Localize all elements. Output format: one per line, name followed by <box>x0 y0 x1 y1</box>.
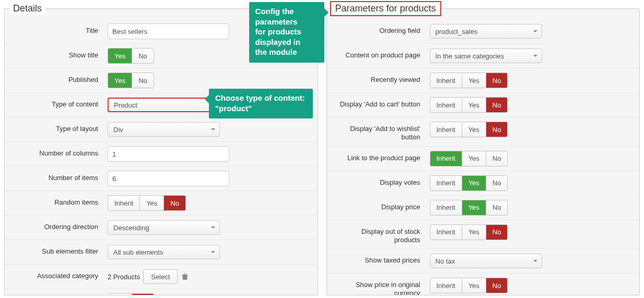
params-legend: Parameters for products <box>332 3 439 14</box>
sub-filter-select[interactable]: All sub elements <box>108 245 220 259</box>
num-items-label: Number of items <box>12 171 108 182</box>
taxed-prices-value: No tax <box>436 257 455 265</box>
random-no[interactable]: No <box>163 196 185 210</box>
ordering-field-select[interactable]: product_sales <box>430 24 542 39</box>
callout-type-content: Choose type of content: "product" <box>209 89 313 118</box>
ordering-dir-label: Ordering direction <box>12 220 108 231</box>
sub-filter-label: Sub elements filter <box>12 244 108 256</box>
title-input[interactable] <box>108 23 229 39</box>
sync-toggle[interactable]: Yes No <box>108 293 154 295</box>
oos-no[interactable]: No <box>486 225 508 240</box>
content-page-value: In the same categories <box>436 52 505 60</box>
dv-inherit[interactable]: Inherit <box>430 176 462 190</box>
lp-yes[interactable]: Yes <box>462 151 486 166</box>
oc-no[interactable]: No <box>486 278 508 293</box>
atw-no[interactable]: No <box>486 122 508 137</box>
display-price-toggle[interactable]: Inherit Yes No <box>430 200 508 216</box>
show-title-no[interactable]: No <box>132 49 154 63</box>
dv-yes[interactable]: Yes <box>462 176 486 190</box>
show-title-toggle[interactable]: Yes No <box>108 48 154 64</box>
atw-yes[interactable]: Yes <box>462 122 486 137</box>
published-toggle[interactable]: Yes No <box>108 73 154 88</box>
oos-yes[interactable]: Yes <box>462 225 486 240</box>
recently-viewed-toggle[interactable]: Inherit Yes No <box>430 73 508 88</box>
content-page-label: Content on product page <box>334 48 430 59</box>
type-content-label: Type of content <box>12 97 108 109</box>
type-content-value: Product <box>114 101 137 109</box>
num-columns-input[interactable] <box>108 146 229 162</box>
rv-no[interactable]: No <box>486 73 508 88</box>
sub-filter-value: All sub elements <box>113 248 163 256</box>
link-product-label: Link to the product page <box>334 151 430 162</box>
published-yes[interactable]: Yes <box>108 73 132 88</box>
show-title-label: Show title <box>12 48 108 59</box>
params-fieldset: Parameters for products Ordering field p… <box>326 3 640 295</box>
random-yes[interactable]: Yes <box>139 196 163 210</box>
ordering-field-value: product_sales <box>436 28 478 35</box>
dv-no[interactable]: No <box>486 176 508 190</box>
orig-currency-toggle[interactable]: Inherit Yes No <box>430 278 508 293</box>
orig-currency-label: Show price in original currency <box>334 278 430 295</box>
num-items-input[interactable] <box>108 171 229 186</box>
assoc-cat-select-button[interactable]: Select <box>143 269 178 284</box>
sync-yes[interactable]: Yes <box>108 294 132 295</box>
details-column: Details Title Show title Yes No <box>0 0 322 298</box>
rv-yes[interactable]: Yes <box>462 73 486 88</box>
callout-params: Config the parameters for products displ… <box>249 2 324 63</box>
sync-no[interactable]: No <box>132 294 154 295</box>
content-page-select[interactable]: In the same categories <box>430 49 542 63</box>
display-votes-label: Display votes <box>334 175 430 187</box>
show-title-yes[interactable]: Yes <box>108 49 132 63</box>
add-to-wishlist-toggle[interactable]: Inherit Yes No <box>430 122 508 137</box>
params-column: Parameters for products Ordering field p… <box>322 0 645 298</box>
ordering-dir-value: Descending <box>113 224 149 232</box>
display-votes-toggle[interactable]: Inherit Yes No <box>430 175 508 191</box>
recently-viewed-label: Recently viewed <box>334 73 430 84</box>
details-legend: Details <box>10 3 45 14</box>
assoc-cat-label: Associated category <box>12 269 108 280</box>
lp-no[interactable]: No <box>486 151 508 166</box>
published-no[interactable]: No <box>132 73 154 88</box>
dp-inherit[interactable]: Inherit <box>430 200 462 215</box>
display-price-label: Display price <box>334 200 430 211</box>
atc-yes[interactable]: Yes <box>462 98 486 112</box>
dp-no[interactable]: No <box>486 200 508 215</box>
assoc-cat-text: 2 Products <box>108 273 140 281</box>
type-layout-select[interactable]: Div <box>108 122 220 137</box>
type-layout-value: Div <box>113 126 123 134</box>
title-label: Title <box>12 23 108 35</box>
published-label: Published <box>12 73 108 84</box>
add-to-wishlist-label: Display 'Add to wishlist' button <box>334 122 430 142</box>
dp-yes[interactable]: Yes <box>462 200 486 215</box>
num-columns-label: Number of columns <box>12 146 108 158</box>
link-product-toggle[interactable]: Inherit Yes No <box>430 151 508 166</box>
sync-label: Synchronize with currently displayed ite… <box>12 293 108 295</box>
ordering-field-label: Ordering field <box>334 23 430 35</box>
atw-inherit[interactable]: Inherit <box>430 122 462 137</box>
type-layout-label: Type of layout <box>12 122 108 133</box>
add-to-cart-label: Display 'Add to cart' button <box>334 97 430 109</box>
taxed-prices-label: Show taxed prices <box>334 253 430 265</box>
out-of-stock-label: Display out of stock products <box>334 224 430 245</box>
add-to-cart-toggle[interactable]: Inherit Yes No <box>430 97 508 113</box>
atc-no[interactable]: No <box>486 98 508 112</box>
ordering-dir-select[interactable]: Descending <box>108 220 220 235</box>
random-inherit[interactable]: Inherit <box>108 196 139 210</box>
trash-icon[interactable] <box>181 272 189 281</box>
lp-inherit[interactable]: Inherit <box>430 151 462 166</box>
taxed-prices-select[interactable]: No tax <box>430 254 542 268</box>
oc-yes[interactable]: Yes <box>462 278 486 293</box>
random-items-label: Random items <box>12 195 108 207</box>
rv-inherit[interactable]: Inherit <box>430 73 462 88</box>
oc-inherit[interactable]: Inherit <box>430 278 462 293</box>
atc-inherit[interactable]: Inherit <box>430 98 462 112</box>
random-items-toggle[interactable]: Inherit Yes No <box>108 195 186 211</box>
oos-inherit[interactable]: Inherit <box>430 225 462 240</box>
out-of-stock-toggle[interactable]: Inherit Yes No <box>430 224 508 240</box>
